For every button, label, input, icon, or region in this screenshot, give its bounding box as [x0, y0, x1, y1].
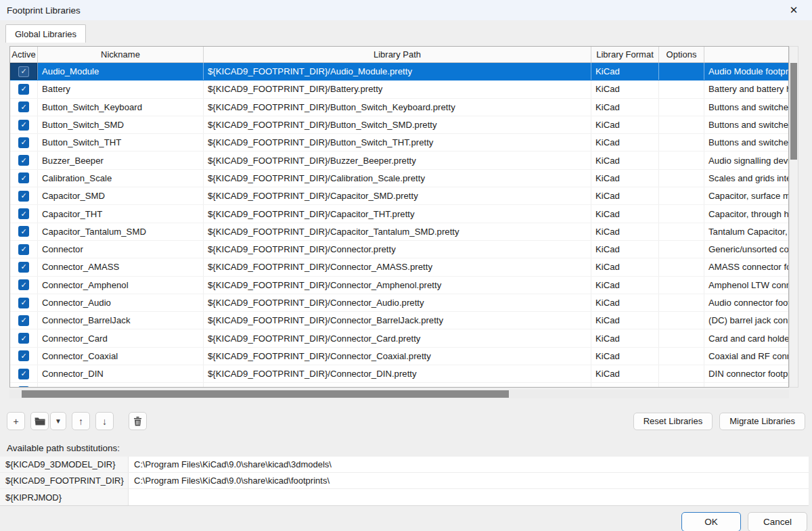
active-cell[interactable]: ✓ — [10, 348, 38, 365]
library-path-cell[interactable]: ${KICAD9_FOOTPRINT_DIR}/Button_Switch_Ke… — [204, 99, 591, 116]
library-format-cell[interactable]: KiCad — [591, 152, 659, 168]
library-path-cell[interactable]: ${KICAD9_FOOTPRINT_DIR}/Capacitor_SMD.pr… — [204, 187, 591, 204]
library-format-cell[interactable]: KiCad — [591, 223, 659, 240]
nickname-cell[interactable]: Button_Switch_Keyboard — [38, 99, 204, 116]
library-row[interactable]: ✓ Calibration_Scale ${KICAD9_FOOTPRINT_D… — [10, 170, 788, 187]
options-cell[interactable] — [659, 205, 704, 222]
library-path-cell[interactable]: ${KICAD9_FOOTPRINT_DIR}/Connector_AMASS.… — [204, 258, 591, 275]
active-checkbox[interactable]: ✓ — [18, 84, 29, 95]
description-cell[interactable]: Generic/unsorted connectors — [704, 241, 789, 258]
active-cell[interactable]: ✓ — [10, 223, 38, 240]
horizontal-scrollbar[interactable] — [9, 390, 789, 398]
active-cell[interactable]: ✓ — [10, 365, 38, 382]
nickname-cell[interactable]: Connector_DIN — [38, 365, 204, 382]
library-row[interactable]: ✓ Connector_Amphenol ${KICAD9_FOOTPRINT_… — [10, 277, 788, 294]
nickname-cell[interactable] — [38, 383, 204, 388]
library-row[interactable]: ✓ Button_Switch_THT ${KICAD9_FOOTPRINT_D… — [10, 134, 788, 152]
active-cell[interactable]: ✓ — [10, 329, 38, 346]
nickname-cell[interactable]: Capacitor_THT — [38, 205, 204, 222]
nickname-cell[interactable]: Buzzer_Beeper — [38, 152, 204, 168]
description-cell[interactable]: Scales and grids intended — [704, 170, 789, 187]
options-cell[interactable] — [659, 241, 704, 258]
options-cell[interactable] — [659, 329, 704, 346]
library-path-cell[interactable]: ${KICAD9_FOOTPRINT_DIR}/Capacitor_THT.pr… — [204, 205, 591, 222]
description-cell[interactable]: Capacitor, surface mount — [704, 187, 789, 204]
library-row[interactable]: ✓ Capacitor_SMD ${KICAD9_FOOTPRINT_DIR}/… — [10, 187, 788, 205]
library-path-cell[interactable]: ${KICAD9_FOOTPRINT_DIR}/Connector_DIN.pr… — [204, 365, 591, 382]
library-path-cell[interactable]: ${KICAD9_FOOTPRINT_DIR}/Audio_Module.pre… — [204, 63, 591, 80]
active-checkbox[interactable]: ✓ — [18, 191, 29, 202]
options-cell[interactable] — [659, 294, 704, 311]
library-path-cell[interactable]: ${KICAD9_FOOTPRINT_DIR}/Capacitor_Tantal… — [204, 223, 591, 240]
active-checkbox[interactable]: ✓ — [18, 350, 29, 361]
options-cell[interactable] — [659, 383, 704, 388]
active-checkbox[interactable]: ✓ — [18, 369, 29, 379]
library-path-cell[interactable]: ${KICAD9_FOOTPRINT_DIR}/Battery.pretty — [204, 80, 591, 97]
description-cell[interactable]: (DC) barrel jack connectors — [704, 312, 789, 329]
active-cell[interactable]: ✓ — [10, 294, 38, 311]
nickname-cell[interactable]: Connector_Coaxial — [38, 348, 204, 365]
library-path-cell[interactable]: ${KICAD9_FOOTPRINT_DIR}/Buzzer_Beeper.pr… — [204, 152, 591, 168]
library-format-cell[interactable]: KiCad — [591, 205, 659, 222]
description-cell[interactable]: Coaxial and RF connectors — [704, 348, 789, 365]
active-checkbox[interactable]: ✓ — [18, 262, 29, 273]
library-format-cell[interactable]: KiCad — [591, 312, 659, 329]
options-cell[interactable] — [659, 170, 704, 187]
description-cell[interactable]: Buttons and switches — [704, 99, 789, 116]
active-checkbox[interactable]: ✓ — [18, 155, 29, 166]
library-format-cell[interactable]: KiCad — [591, 170, 659, 187]
nickname-cell[interactable]: Connector_Amphenol — [38, 277, 204, 294]
library-format-cell[interactable]: KiCad — [591, 99, 659, 116]
description-cell[interactable]: Card and card holders — [704, 329, 789, 346]
library-row[interactable]: ✓ Connector_DIN ${KICAD9_FOOTPRINT_DIR}/… — [10, 365, 788, 383]
delete-library-button[interactable] — [129, 412, 147, 430]
description-cell[interactable]: Amphenol LTW connectors — [704, 277, 789, 294]
library-row[interactable]: ✓ Connector_Coaxial ${KICAD9_FOOTPRINT_D… — [10, 348, 788, 365]
options-cell[interactable] — [659, 116, 704, 133]
library-row[interactable]: ✓ Capacitor_THT ${KICAD9_FOOTPRINT_DIR}/… — [10, 205, 788, 223]
library-row[interactable]: ✓ Connector_AMASS ${KICAD9_FOOTPRINT_DIR… — [10, 258, 788, 276]
description-cell[interactable]: Buttons and switches — [704, 134, 789, 151]
library-row[interactable]: ✓ Button_Switch_SMD ${KICAD9_FOOTPRINT_D… — [10, 116, 788, 134]
active-cell[interactable]: ✓ — [10, 312, 38, 329]
nickname-cell[interactable]: Calibration_Scale — [38, 170, 204, 187]
active-cell[interactable]: ✓ — [10, 99, 38, 116]
active-cell[interactable]: ✓ — [10, 187, 38, 204]
migrate-libraries-button[interactable]: Migrate Libraries — [719, 413, 805, 430]
ok-button[interactable]: OK — [681, 512, 741, 531]
nickname-cell[interactable]: Connector_Card — [38, 329, 204, 346]
nickname-cell[interactable]: Capacitor_SMD — [38, 187, 204, 204]
options-cell[interactable] — [659, 277, 704, 294]
description-cell[interactable]: Battery and battery holders — [704, 80, 789, 97]
add-library-button[interactable]: + — [7, 412, 25, 430]
description-cell[interactable]: Audio connector footprints — [704, 294, 789, 311]
description-cell[interactable]: Audio Module footprints — [704, 63, 789, 80]
browse-library-dropdown-button[interactable]: ▼ — [50, 412, 66, 430]
active-cell[interactable]: ✓ — [10, 170, 38, 187]
library-format-cell[interactable]: KiCad — [591, 116, 659, 133]
active-checkbox[interactable]: ✓ — [18, 208, 29, 219]
library-path-cell[interactable]: ${KICAD9_FOOTPRINT_DIR}/Connector_Audio.… — [204, 294, 591, 311]
library-format-cell[interactable]: KiCad — [591, 348, 659, 365]
active-checkbox[interactable]: ✓ — [18, 333, 29, 344]
library-format-cell[interactable]: KiCad — [591, 258, 659, 275]
active-checkbox[interactable]: ✓ — [18, 315, 29, 326]
library-row[interactable]: ✓ Connector ${KICAD9_FOOTPRINT_DIR}/Conn… — [10, 241, 788, 258]
active-cell[interactable]: ✓ — [10, 116, 38, 133]
options-cell[interactable] — [659, 134, 704, 151]
library-row[interactable]: ✓ Battery ${KICAD9_FOOTPRINT_DIR}/Batter… — [10, 80, 788, 98]
options-cell[interactable] — [659, 312, 704, 329]
library-path-cell[interactable]: ${KICAD9_FOOTPRINT_DIR}/Button_Switch_SM… — [204, 116, 591, 133]
library-path-cell[interactable]: ${KICAD9_FOOTPRINT_DIR}/Connector.pretty — [204, 241, 591, 258]
nickname-cell[interactable]: Capacitor_Tantalum_SMD — [38, 223, 204, 240]
description-cell[interactable] — [704, 383, 789, 388]
library-format-cell[interactable]: KiCad — [591, 365, 659, 382]
library-format-cell[interactable]: KiCad — [591, 277, 659, 294]
library-format-cell[interactable]: KiCad — [591, 329, 659, 346]
active-cell[interactable]: ✓ — [10, 383, 38, 388]
options-cell[interactable] — [659, 365, 704, 382]
options-cell[interactable] — [659, 80, 704, 97]
active-checkbox[interactable]: ✓ — [18, 226, 29, 237]
active-checkbox[interactable]: ✓ — [18, 386, 29, 388]
active-checkbox[interactable]: ✓ — [18, 298, 29, 308]
